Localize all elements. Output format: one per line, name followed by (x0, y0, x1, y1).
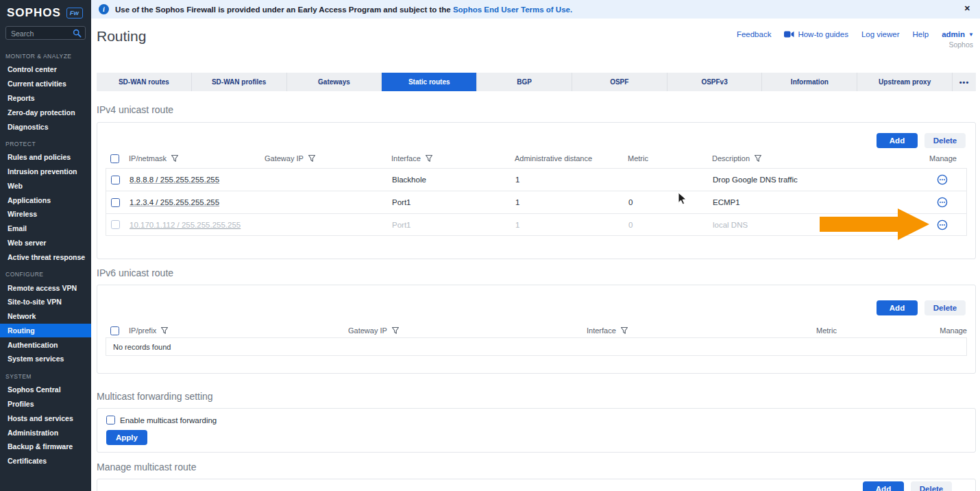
tab-ospf[interactable]: OSPF (572, 73, 667, 91)
col-gateway-ip: Gateway IP (265, 154, 304, 163)
sidebar-item-routing[interactable]: Routing (0, 324, 91, 338)
table-row: 10.170.1.112 / 255.255.255.255 Port1 1 0… (106, 213, 967, 236)
filter-icon[interactable] (620, 326, 628, 335)
sophos-logo: SOPHOS (7, 6, 61, 20)
sidebar-item-control-center[interactable]: Control center (0, 62, 91, 77)
sidebar-item-hosts-and-services[interactable]: Hosts and services (0, 411, 91, 425)
sidebar-item-active-threat-response[interactable]: Active threat response (0, 250, 91, 264)
sidebar-item-rules-and-policies[interactable]: Rules and policies (0, 150, 91, 165)
ipv4-section-title: IPv4 unicast route (97, 104, 173, 115)
route-distance: 1 (515, 198, 628, 206)
sidebar-item-authentication[interactable]: Authentication (0, 337, 91, 352)
sidebar-item-web-server[interactable]: Web server (0, 236, 91, 250)
route-metric: 0 (628, 198, 713, 206)
sidebar-item-email[interactable]: Email (0, 221, 91, 236)
sidebar-section-monitor: MONITOR & ANALYZE (0, 46, 91, 62)
filter-icon[interactable] (308, 154, 316, 163)
sidebar-item-system-services[interactable]: System services (0, 352, 91, 366)
ipv6-delete-button[interactable]: Delete (924, 300, 966, 315)
user-menu[interactable]: admin ▼ (942, 30, 974, 38)
col-metric: Metric (628, 154, 648, 163)
multicast-add-button[interactable]: Add (863, 481, 904, 491)
route-interface: Port1 (392, 221, 515, 229)
manage-actions-icon[interactable] (937, 174, 948, 185)
ipv4-table-body: 8.8.8.8 / 255.255.255.255 Blackhole 1 Dr… (106, 168, 967, 236)
help-link[interactable]: Help (913, 30, 929, 38)
eula-link[interactable]: Sophos End User Terms of Use. (453, 5, 572, 14)
filter-icon[interactable] (391, 326, 400, 335)
sidebar-item-zero-day-protection[interactable]: Zero-day protection (0, 105, 91, 119)
sidebar-item-sophos-central[interactable]: Sophos Central (0, 383, 91, 397)
search-icon[interactable] (73, 29, 82, 38)
sidebar-item-backup-firmware[interactable]: Backup & firmware (0, 440, 91, 454)
route-ip-link[interactable]: 10.170.1.112 / 255.255.255.255 (130, 221, 241, 229)
col-description: Description (712, 154, 750, 163)
row-checkbox[interactable] (111, 176, 120, 184)
sidebar-item-current-activities[interactable]: Current activities (0, 77, 91, 91)
info-icon: i (99, 4, 109, 14)
header-links: Feedback How-to guides Log viewer Help a… (737, 30, 974, 38)
route-ip-link[interactable]: 1.2.3.4 / 255.255.255.255 (130, 198, 219, 206)
filter-icon[interactable] (425, 154, 433, 163)
enable-multicast-checkbox[interactable] (106, 416, 115, 424)
route-description: Drop Google DNS traffic (713, 176, 918, 184)
tab-upstream-proxy[interactable]: Upstream proxy (857, 73, 953, 91)
filter-icon[interactable] (171, 154, 179, 163)
route-distance: 1 (515, 176, 628, 184)
manage-actions-icon[interactable] (937, 219, 948, 230)
log-viewer-link[interactable]: Log viewer (861, 30, 900, 38)
tab-ospfv3[interactable]: OSPFv3 (667, 73, 763, 91)
page-title: Routing (97, 28, 146, 45)
ipv6-section-title: IPv6 unicast route (97, 267, 173, 278)
manage-actions-icon[interactable] (937, 197, 948, 208)
tab-static-routes[interactable]: Static routes (382, 73, 477, 91)
tab-gateways[interactable]: Gateways (287, 73, 382, 91)
col-ip-prefix: IP/prefix (129, 326, 156, 335)
ipv4-delete-button[interactable]: Delete (924, 133, 966, 148)
route-interface: Blackhole (392, 176, 515, 184)
filter-icon[interactable] (160, 326, 169, 335)
table-row: 1.2.3.4 / 255.255.255.255 Port1 1 0 ECMP… (106, 191, 967, 213)
sidebar-item-wireless[interactable]: Wireless (0, 207, 91, 221)
col-manage: Manage (940, 326, 967, 335)
sidebar-item-network[interactable]: Network (0, 309, 91, 324)
col-gateway-ip: Gateway IP (348, 326, 387, 335)
ipv6-add-button[interactable]: Add (877, 300, 918, 315)
sidebar-search (5, 26, 86, 40)
tab-sd-wan-profiles[interactable]: SD-WAN profiles (192, 73, 287, 91)
route-ip-link[interactable]: 8.8.8.8 / 255.255.255.255 (130, 176, 219, 184)
feedback-link[interactable]: Feedback (737, 30, 772, 38)
tab-information[interactable]: Information (762, 73, 857, 91)
col-interface: Interface (587, 326, 616, 335)
sidebar-item-profiles[interactable]: Profiles (0, 397, 91, 411)
select-all-checkbox[interactable] (110, 154, 119, 163)
sidebar-item-remote-access-vpn[interactable]: Remote access VPN (0, 280, 91, 295)
sidebar-item-intrusion-prevention[interactable]: Intrusion prevention (0, 165, 91, 179)
filter-icon[interactable] (754, 154, 762, 163)
sidebar-item-administration[interactable]: Administration (0, 425, 91, 440)
ipv6-panel: Add Delete IP/prefix Gateway IP Interfac… (97, 285, 976, 374)
sidebar-item-certificates[interactable]: Certificates (0, 454, 91, 468)
sidebar-item-web[interactable]: Web (0, 178, 91, 193)
apply-button[interactable]: Apply (106, 430, 147, 445)
close-icon[interactable]: ✕ (964, 4, 970, 13)
sidebar-section-system: SYSTEM (0, 366, 91, 383)
select-all-checkbox[interactable] (110, 326, 119, 335)
route-description: ECMP1 (713, 198, 918, 206)
sidebar-item-applications[interactable]: Applications (0, 193, 91, 207)
tab-more-icon[interactable]: ••• (953, 73, 976, 91)
row-checkbox[interactable] (111, 220, 120, 229)
ipv4-add-button[interactable]: Add (877, 133, 918, 148)
tab-bgp[interactable]: BGP (477, 73, 572, 91)
howto-guides-link[interactable]: How-to guides (784, 30, 848, 38)
sidebar-item-reports[interactable]: Reports (0, 91, 91, 106)
ipv6-table-body: No records found (106, 337, 967, 356)
sidebar-item-site-to-site-vpn[interactable]: Site-to-site VPN (0, 295, 91, 309)
route-metric: 0 (628, 221, 713, 229)
sidebar-item-diagnostics[interactable]: Diagnostics (0, 119, 91, 134)
col-manage: Manage (929, 154, 957, 163)
multicast-delete-button[interactable]: Delete (911, 481, 952, 491)
tab-sd-wan-routes[interactable]: SD-WAN routes (97, 73, 192, 91)
row-checkbox[interactable] (111, 198, 120, 207)
routing-tabs: SD-WAN routes SD-WAN profiles Gateways S… (97, 73, 976, 91)
